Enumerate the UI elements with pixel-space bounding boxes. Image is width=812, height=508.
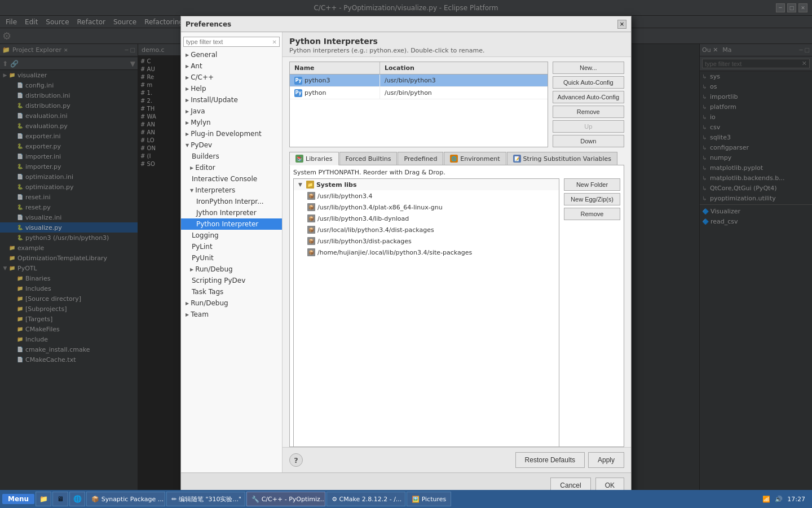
lib-icon: 📦 [307,237,315,245]
nav-arrow-icon: ▶ [186,132,189,137]
lib-system-libs[interactable]: ▼ 📁 System libs [294,179,559,190]
nav-editor[interactable]: ▶Editor [181,162,282,173]
nav-arrow-icon: ▶ [186,86,189,91]
footer-buttons: Restore Defaults Apply [515,452,624,468]
taskbar-pictures[interactable]: 🖼️ Pictures [407,492,451,506]
dialog-footer: ? Restore Defaults Apply [283,447,631,472]
new-egg-zip-button[interactable]: New Egg/Zip(s) [564,193,620,205]
start-button[interactable]: Menu [2,494,34,504]
substitution-tab-icon: 📝 [513,155,521,163]
remove-button[interactable]: Remove [553,106,624,118]
help-button[interactable]: ? [289,453,303,467]
lib-icon: 📦 [307,192,315,200]
lib-plat-x86[interactable]: 📦 /usr/lib/python3.4/plat-x86_64-linux-g… [294,202,559,213]
dialog-close-button[interactable]: × [617,20,626,29]
expand-icon: ▼ [298,182,302,187]
tab-libraries[interactable]: 📚 Libraries [289,152,339,165]
lib-dist-packages[interactable]: 📦 /usr/lib/python3/dist-packages [294,235,559,247]
libraries-tab-icon: 📚 [295,155,303,163]
apply-button[interactable]: Apply [588,452,624,468]
quick-auto-config-button[interactable]: Quick Auto-Config [553,76,624,89]
lib-lib-dynload[interactable]: 📦 /usr/lib/python3.4/lib-dynload [294,213,559,224]
lib-label: System libs [316,181,357,189]
nav-run-debug[interactable]: ▶Run/Debug [181,297,282,309]
remove-lib-button[interactable]: Remove [564,208,620,220]
tab-content-libraries: System PYTHONPATH. Reorder with Drag & D… [289,165,624,447]
down-button[interactable]: Down [553,135,624,147]
nav-jython[interactable]: Jython Interpreter [181,207,282,218]
nav-logging[interactable]: Logging [181,230,282,241]
nav-builders[interactable]: Builders [181,151,282,162]
tab-forced-builtins[interactable]: Forced Builtins [339,152,398,165]
lib-path: /usr/local/lib/python3.4/dist-packages [317,226,434,234]
nav-pydev[interactable]: ▼PyDev [181,139,282,151]
nav-interpreters[interactable]: ▼Interpreters [181,185,282,196]
lib-site-packages[interactable]: 📦 /home/hujianjie/.local/lib/python3.4/s… [294,247,559,258]
taskbar-icon-files[interactable]: 📁 [36,492,51,506]
nav-filter-clear-icon[interactable]: ✕ [272,39,277,45]
nav-help[interactable]: ▶Help [181,83,282,94]
nav-arrow-icon: ▶ [190,267,193,272]
nav-ant[interactable]: ▶Ant [181,60,282,72]
nav-arrow-icon: ▶ [186,75,189,80]
nav-java[interactable]: ▶Java [181,106,282,117]
nav-arrow-icon: ▶ [186,109,189,114]
dialog-title: Preferences [186,20,231,28]
content-desc: Python interpreters (e.g.: python.exe). … [289,47,624,54]
lib-local-dist[interactable]: 📦 /usr/local/lib/python3.4/dist-packages [294,224,559,235]
nav-arrow-icon: ▶ [186,120,189,125]
nav-arrow-icon: ▶ [186,98,189,103]
td-location-python3: /usr/bin/python3 [380,75,548,86]
lib-path: /usr/lib/python3/dist-packages [317,238,412,245]
taskbar: Menu 📁 🖥 🌐 📦 Synaptic Package ... ✏️ 编辑随… [0,490,812,508]
tabs-section: 📚 Libraries Forced Builtins Predefined 🌐 [283,152,631,447]
lib-icon: 📦 [307,226,315,234]
nav-filter-container: ✕ [183,37,280,47]
new-folder-button[interactable]: New Folder [564,178,620,191]
nav-interactive-console[interactable]: Interactive Console [181,173,282,185]
nav-run-debug-pydev[interactable]: ▶Run/Debug [181,264,282,275]
lib-icon: 📦 [307,248,315,256]
content-header: Python Interpreters Python interpreters … [283,32,631,57]
table-row-python[interactable]: Py python /usr/bin/python [290,87,548,99]
nav-install-update[interactable]: ▶Install/Update [181,94,282,106]
dialog-title-bar: Preferences × [181,16,631,32]
nav-pyunit[interactable]: PyUnit [181,252,282,264]
nav-arrow-icon: ▼ [186,143,189,148]
taskbar-icon-terminal[interactable]: 🖥 [52,492,68,506]
up-button[interactable]: Up [553,120,624,133]
tab-string-substitution[interactable]: 📝 String Substitution Variables [507,152,617,165]
taskbar-eclipse[interactable]: 🔧 C/C++ - PyOptimiz... [246,492,325,506]
nav-team[interactable]: ▶Team [181,309,282,320]
nav-python-interpreter[interactable]: Python Interpreter [181,218,282,230]
tab-predefined[interactable]: Predefined [398,152,443,165]
nav-arrow-icon: ▶ [186,312,189,317]
nav-mylyn[interactable]: ▶Mylyn [181,117,282,128]
tab-environment[interactable]: 🌐 Environment [444,152,506,165]
taskbar-cmake[interactable]: ⚙️ CMake 2.8.12.2 - /... [326,492,405,506]
taskbar-icon-browser[interactable]: 🌐 [69,492,85,506]
restore-defaults-button[interactable]: Restore Defaults [515,452,585,468]
nav-pylint[interactable]: PyLint [181,241,282,252]
nav-general[interactable]: ▶General [181,49,282,60]
nav-ironpython[interactable]: IronPython Interpr... [181,196,282,207]
new-button[interactable]: New... [553,62,624,74]
advanced-auto-config-button[interactable]: Advanced Auto-Config [553,91,624,103]
nav-scripting-pydev[interactable]: Scripting PyDev [181,275,282,286]
taskbar-editor[interactable]: ✏️ 编辑随笔 "310实验..." [166,492,245,506]
nav-cpp[interactable]: ▶C/C++ [181,72,282,83]
nav-filter-input[interactable] [186,38,272,45]
nav-arrow-icon: ▶ [190,165,193,170]
table-row-python3[interactable]: Py python3 /usr/bin/python3 [290,75,548,87]
preferences-dialog: Preferences × ✕ ▶General ▶Ant [180,16,632,498]
dialog-main-content: Python Interpreters Python interpreters … [283,32,631,472]
lib-path: /usr/lib/python3.4 [317,192,372,200]
nav-arrow-icon: ▼ [190,188,193,193]
nav-plugin-dev[interactable]: ▶Plug-in Development [181,128,282,139]
lib-python34[interactable]: 📦 /usr/lib/python3.4 [294,190,559,202]
nav-task-tags[interactable]: Task Tags [181,286,282,297]
dialog-overlay: Preferences × ✕ ▶General ▶Ant [0,0,812,508]
th-location: Location [380,62,548,74]
nav-arrow-icon: ▶ [186,301,189,306]
taskbar-synaptic[interactable]: 📦 Synaptic Package ... [86,492,165,506]
